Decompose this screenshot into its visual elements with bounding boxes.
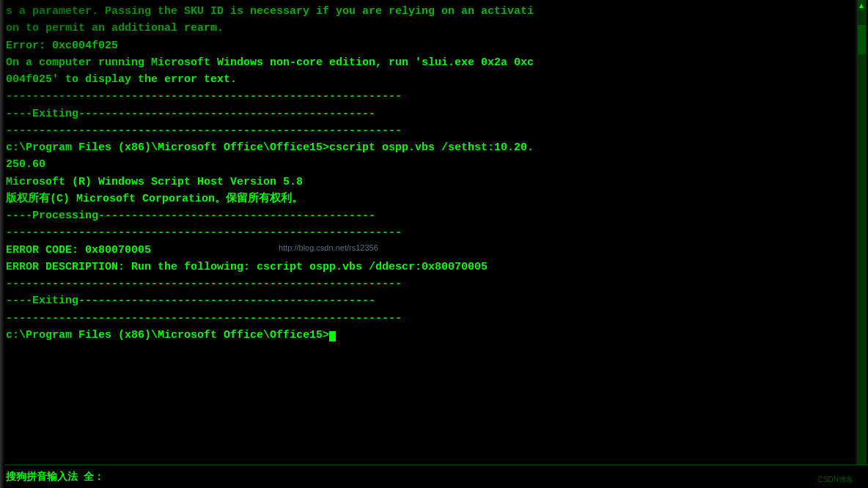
scrollbar[interactable]: ▲ ▼ [856,0,867,488]
terminal-line-line16: ----Processing--------------------------… [6,207,862,224]
terminal-line-line19: ERROR CODE: 0x80070005 [6,242,862,259]
terminal-line-line13: Microsoft (R) Windows Script Host Versio… [6,174,862,191]
ime-indicator: 搜狗拼音输入法 全： [6,470,104,484]
terminal-line-line20: ERROR DESCRIPTION: Run the following: cs… [6,259,862,276]
terminal-line-line21: ----------------------------------------… [6,276,862,292]
monitor-frame: s a parameter. Passing the SKU ID is nec… [0,0,868,488]
terminal-line-line11: c:\Program Files (x86)\Microsoft Office\… [6,139,862,156]
terminal-line-line2: on to permit an additional rearm. [6,20,862,37]
corner-label: CSDN博客 [818,475,853,485]
terminal-line-line5: 004f025' to display the error text. [6,71,862,88]
border-right [855,0,858,465]
scrollbar-thumb[interactable] [857,25,866,54]
terminal-cursor [329,331,336,341]
terminal-line-line17: ----------------------------------------… [6,224,862,241]
terminal-line-line7: ----------------------------------------… [6,88,862,105]
bottom-bar: 搜狗拼音输入法 全： [0,465,868,488]
terminal-line-line9: ----------------------------------------… [6,122,862,139]
border-left [0,0,4,488]
terminal-line-line22: ----Exiting-----------------------------… [6,292,862,309]
terminal-line-line3: Error: 0xc004f025 [6,37,862,54]
terminal-line-line4: On a computer running Microsoft Windows … [6,54,862,71]
terminal-content: s a parameter. Passing the SKU ID is nec… [6,3,862,344]
terminal-screen: s a parameter. Passing the SKU ID is nec… [0,0,868,488]
scroll-up-arrow[interactable]: ▲ [857,0,866,10]
terminal-line-line23: ----------------------------------------… [6,310,862,327]
terminal-line-line25: c:\Program Files (x86)\Microsoft Office\… [6,327,862,344]
terminal-line-line14: 版权所有(C) Microsoft Corporation。保留所有权利。 [6,191,862,207]
terminal-line-line8: ----Exiting-----------------------------… [6,106,862,122]
terminal-line-line12: 250.60 [6,156,862,173]
terminal-line-line1: s a parameter. Passing the SKU ID is nec… [6,3,862,20]
